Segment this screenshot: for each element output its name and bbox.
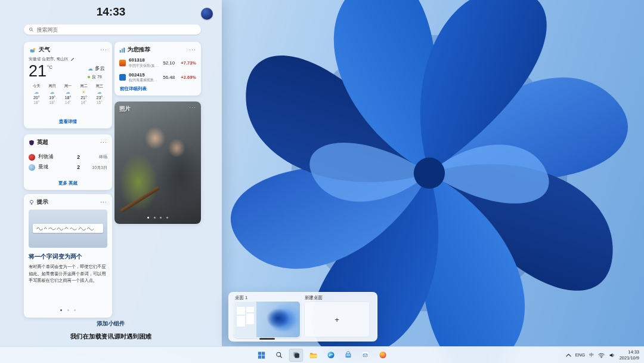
stock-change: +2.69% [178, 75, 196, 80]
store-icon [344, 351, 352, 359]
firefox-button[interactable] [376, 349, 390, 362]
photos-widget[interactable]: 照片 ··· [114, 101, 201, 224]
stock-price: 52.10 [163, 60, 175, 66]
edit-location-icon[interactable] [70, 57, 75, 61]
sun-icon: ☀ [76, 90, 91, 95]
team-crest [29, 164, 35, 171]
tip-body: 有时两个单词会变为一个，即使它们不应如此。如果需要分开这两个单词，可以用手写面板… [29, 263, 107, 284]
air-quality: 良 79 [88, 74, 105, 80]
sports-widget[interactable]: 英超 ··· 利物浦 2 曼城 2 [24, 134, 112, 190]
weather-icon [29, 47, 36, 53]
file-explorer-button[interactable] [306, 349, 321, 362]
search-input[interactable] [37, 27, 196, 33]
pagination-dot[interactable] [166, 217, 168, 219]
sports-more-link[interactable]: 更多 英超 [24, 180, 112, 186]
guitar-graphic [120, 186, 160, 213]
start-button[interactable] [255, 349, 269, 362]
weather-more-menu[interactable]: ··· [100, 47, 107, 53]
match-date: 10月3日 [85, 165, 107, 171]
tips-pagination[interactable] [24, 303, 112, 313]
user-avatar[interactable] [201, 8, 213, 20]
tip-headline: 将一个字词变为两个 [29, 253, 107, 260]
recommended-stocks-widget[interactable]: 为您推荐 ··· 601318 中国平安保险(集团)股份有限公司 52.10 +… [114, 42, 201, 96]
new-desktop-button[interactable]: + [304, 302, 370, 337]
pagination-dot[interactable] [60, 309, 62, 311]
weather-title: 天气 [39, 46, 50, 54]
taskbar-center-icons [255, 347, 390, 363]
weather-forecast: 今天 ☁ 20° 18° 周日 ☁ 19° 18° 周一 ☁ 18° [29, 84, 107, 104]
web-search-bar[interactable] [24, 24, 201, 35]
cloud-icon: ☁ [29, 90, 44, 95]
photos-title: 照片 [119, 105, 131, 113]
search-icon [275, 351, 283, 359]
lightbulb-icon [29, 199, 35, 205]
tray-time: 14:33 [620, 349, 639, 355]
cloud-icon: ☁ [92, 90, 107, 95]
task-view-button[interactable] [289, 349, 304, 362]
stock-row[interactable]: 601318 中国平安保险(集团)股份有限公司 52.10 +7.73% [119, 57, 196, 69]
photos-pagination[interactable] [114, 210, 201, 221]
mini-wallpaper [234, 302, 300, 337]
mini-card [246, 313, 254, 324]
edge-icon [327, 351, 335, 359]
new-desktop-label: 新建桌面 [305, 295, 323, 301]
volume-icon[interactable] [609, 352, 615, 358]
desktop-screen: 14:33 天气 ··· [0, 0, 644, 363]
forecast-day: 周二 ☀ 21° 14° [76, 84, 91, 104]
mini-card [237, 316, 245, 327]
temperature-unit: °C [47, 64, 52, 70]
tips-widget[interactable]: 提示 ··· 将一个字词变为两个 有时两个单词会变为一个，即使它们不应如此。如果… [24, 194, 112, 318]
mail-button[interactable] [358, 349, 373, 362]
pagination-dot[interactable] [160, 217, 162, 219]
language-indicator[interactable]: ENG [575, 352, 585, 358]
edge-button[interactable] [324, 349, 338, 362]
cloud-icon: ☁ [44, 90, 60, 95]
weather-widget[interactable]: 天气 ··· 安徽省 合肥市, 蜀山区 21 °C ☁ 多云 [24, 42, 112, 128]
recommended-more-menu[interactable]: ··· [189, 47, 196, 53]
stock-name: 杭州海康威视数字技术股份有限公司 [129, 78, 160, 83]
stocks-detail-link[interactable]: 前往详细列表 [120, 86, 147, 92]
ime-indicator[interactable]: 中 [589, 352, 594, 358]
store-button[interactable] [341, 349, 355, 362]
current-temperature: 21 [29, 63, 47, 79]
premier-league-icon [29, 140, 35, 146]
stocks-icon [119, 47, 125, 53]
system-tray: ENG 中 14:33 2021/10/9 [566, 347, 642, 363]
photo-image [114, 101, 201, 224]
match-team-row: 曼城 2 [29, 164, 85, 171]
pagination-dot[interactable] [74, 309, 76, 311]
pagination-dot[interactable] [147, 217, 149, 219]
weather-condition: 多云 [95, 65, 105, 72]
stock-row[interactable]: 002415 杭州海康威视数字技术股份有限公司 56.48 +2.69% [119, 72, 196, 84]
desktop1-thumbnail[interactable] [234, 302, 300, 337]
handwriting-sample [36, 226, 100, 231]
match-status: 终场 [85, 154, 107, 160]
tips-more-menu[interactable]: ··· [100, 199, 107, 205]
chevron-up-icon[interactable] [566, 353, 571, 357]
team-crest [29, 154, 35, 161]
pagination-dot[interactable] [154, 217, 156, 219]
firefox-icon [379, 351, 386, 359]
cloud-icon: ☁ [60, 90, 76, 95]
stock-price: 56.48 [163, 75, 175, 80]
windows-start-icon [258, 351, 266, 359]
search-button[interactable] [272, 349, 286, 362]
weather-location: 安徽省 合肥市, 蜀山区 [29, 56, 69, 62]
wifi-icon[interactable] [598, 352, 605, 358]
stock-name: 中国平安保险(集团)股份有限公司 [129, 63, 160, 69]
task-view-icon [292, 351, 300, 359]
tip-illustration [29, 210, 107, 248]
weather-details-link[interactable]: 查看详情 [24, 119, 112, 125]
sports-title: 英超 [37, 139, 48, 146]
team-name: 利物浦 [38, 153, 54, 161]
stock-logo [119, 74, 126, 81]
mail-icon [361, 351, 370, 359]
handwriting-panel-graphic [33, 224, 103, 233]
pagination-dot[interactable] [67, 309, 69, 311]
mini-widgets-panel [234, 302, 256, 337]
clock[interactable]: 14:33 2021/10/9 [620, 349, 639, 361]
sports-more-menu[interactable]: ··· [100, 140, 107, 145]
desktop1-label: 桌面 1 [235, 295, 247, 301]
add-widgets-button[interactable]: 添加小组件 [0, 320, 222, 328]
photos-more-menu[interactable]: ··· [189, 104, 196, 110]
